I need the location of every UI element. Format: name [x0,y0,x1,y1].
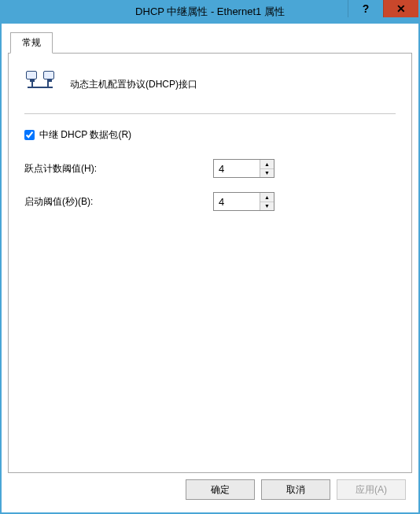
relay-checkbox-row: 中继 DHCP 数据包(R) [24,128,396,142]
relay-checkbox[interactable] [24,130,35,140]
boot-threshold-value[interactable]: 4 [214,193,260,210]
panel-header: 动态主机配置协议(DHCP)接口 [24,68,396,110]
spinner-down-icon[interactable]: ▼ [260,202,274,211]
apply-button: 应用(A) [337,479,406,500]
close-button[interactable]: ✕ [383,0,418,17]
boot-threshold-arrows: ▲ ▼ [260,193,274,210]
cancel-button[interactable]: 取消 [261,479,330,500]
hop-threshold-arrows: ▲ ▼ [260,160,274,177]
content-area: 常规 动态主机配置协议(DHCP)接口 中继 DHCP 数据包(R) 跃点计数阈… [2,24,418,512]
spinner-up-icon[interactable]: ▲ [260,193,274,202]
spinner-up-icon[interactable]: ▲ [260,160,274,169]
divider [24,113,396,114]
hop-threshold-value[interactable]: 4 [214,160,260,177]
boot-threshold-spinner[interactable]: 4 ▲ ▼ [213,192,274,211]
close-icon: ✕ [396,2,406,15]
spinner-down-icon[interactable]: ▼ [260,169,274,178]
boot-threshold-label: 启动阈值(秒)(B): [24,195,213,209]
relay-checkbox-label: 中继 DHCP 数据包(R) [39,128,131,142]
ok-button[interactable]: 确定 [186,479,255,500]
help-button[interactable]: ? [348,0,383,17]
boot-threshold-row: 启动阈值(秒)(B): 4 ▲ ▼ [24,192,396,211]
tab-general[interactable]: 常规 [10,32,53,54]
network-icon [26,71,54,98]
panel-header-text: 动态主机配置协议(DHCP)接口 [70,78,197,91]
hop-threshold-label: 跃点计数阈值(H): [24,162,213,176]
window-buttons: ? ✕ [348,0,418,24]
dialog-footer: 确定 取消 应用(A) [8,473,412,506]
tab-strip: 常规 [8,32,412,54]
hop-threshold-spinner[interactable]: 4 ▲ ▼ [213,159,274,178]
tab-panel-general: 动态主机配置协议(DHCP)接口 中继 DHCP 数据包(R) 跃点计数阈值(H… [8,53,412,473]
title-bar: DHCP 中继属性 - Ethernet1 属性 ? ✕ [2,0,418,24]
hop-threshold-row: 跃点计数阈值(H): 4 ▲ ▼ [24,159,396,178]
